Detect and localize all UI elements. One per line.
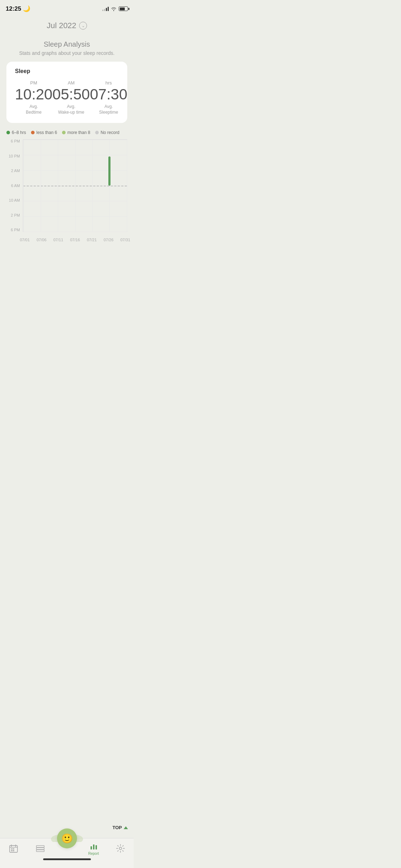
v-grid-3 bbox=[75, 140, 76, 232]
month-header[interactable]: Jul 2022 ⌄ bbox=[0, 15, 134, 34]
wifi-icon bbox=[111, 7, 117, 11]
legend-dot-more bbox=[62, 131, 66, 134]
wakeup-label: Avg.Wake-up time bbox=[52, 104, 90, 115]
legend-item-more: more than 8 bbox=[62, 130, 90, 135]
sleep-chart: 6 PM 10 PM 2 AM 6 AM 10 AM 2 PM 6 PM bbox=[0, 139, 134, 232]
x-axis: 07/01 07/06 07/11 07/16 07/21 07/26 07/3… bbox=[0, 236, 134, 242]
battery-icon bbox=[119, 6, 128, 11]
v-grid-0 bbox=[23, 140, 24, 232]
legend-label-less: less than 6 bbox=[36, 130, 57, 135]
sleeptime-stat: hrs 07:30 Avg.Sleeptime bbox=[90, 80, 127, 115]
x-label-1: 07/06 bbox=[37, 238, 47, 242]
wakeup-stat: AM 05:50 Avg.Wake-up time bbox=[52, 80, 90, 115]
page-subtitle: Stats and graphs about your sleep record… bbox=[0, 50, 134, 56]
v-grid-1 bbox=[41, 140, 41, 232]
y-axis: 6 PM 10 PM 2 AM 6 AM 10 AM 2 PM 6 PM bbox=[6, 139, 23, 232]
legend-label-more: more than 8 bbox=[67, 130, 90, 135]
x-label-3: 07/16 bbox=[70, 238, 80, 242]
bedtime-value: 10:20 bbox=[15, 87, 52, 102]
legend-item-none: No record bbox=[95, 130, 119, 135]
month-label: Jul 2022 bbox=[47, 21, 76, 30]
x-label-6: 07/31 bbox=[120, 238, 130, 242]
chart-legend: 6–8 hrs less than 6 more than 8 No recor… bbox=[0, 130, 134, 139]
x-label-5: 07/26 bbox=[104, 238, 114, 242]
signal-icon bbox=[102, 7, 109, 11]
legend-label-none: No record bbox=[101, 130, 119, 135]
legend-item-normal: 6–8 hrs bbox=[6, 130, 26, 135]
v-grid-2 bbox=[58, 140, 58, 232]
page-title: Sleep Analysis bbox=[0, 40, 134, 48]
bedtime-period: PM bbox=[15, 80, 52, 86]
y-label-5: 2 PM bbox=[6, 213, 23, 217]
legend-dot-none bbox=[95, 131, 99, 134]
sleep-bar-0726 bbox=[108, 156, 110, 186]
wakeup-period: AM bbox=[52, 80, 90, 86]
x-label-4: 07/21 bbox=[87, 238, 97, 242]
bedtime-label: Avg.Bedtime bbox=[15, 104, 52, 115]
sleep-card: Sleep PM 10:20 Avg.Bedtime AM 05:50 Avg.… bbox=[6, 62, 127, 123]
legend-dot-less bbox=[31, 131, 35, 134]
sleep-stats: PM 10:20 Avg.Bedtime AM 05:50 Avg.Wake-u… bbox=[15, 80, 119, 115]
bedtime-stat: PM 10:20 Avg.Bedtime bbox=[15, 80, 52, 115]
sleeptime-period: hrs bbox=[90, 80, 127, 86]
y-label-2: 2 AM bbox=[6, 169, 23, 173]
grid-line-6 bbox=[23, 232, 127, 232]
y-label-1: 10 PM bbox=[6, 154, 23, 158]
v-grid-6 bbox=[127, 140, 127, 232]
y-label-6: 6 PM bbox=[6, 228, 23, 232]
time-display: 12:25 bbox=[6, 5, 21, 12]
v-grid-5 bbox=[109, 140, 110, 232]
status-bar: 12:25 🌙 bbox=[0, 0, 134, 15]
x-label-0: 07/01 bbox=[20, 238, 30, 242]
x-label-2: 07/11 bbox=[53, 238, 63, 242]
status-icons bbox=[102, 6, 128, 11]
status-time: 12:25 🌙 bbox=[6, 5, 30, 12]
moon-icon: 🌙 bbox=[23, 5, 30, 12]
y-label-4: 10 AM bbox=[6, 198, 23, 202]
sleeptime-value: 07:30 bbox=[90, 87, 127, 102]
legend-dot-normal bbox=[6, 131, 10, 134]
legend-label-normal: 6–8 hrs bbox=[12, 130, 26, 135]
sleeptime-label: Avg.Sleeptime bbox=[90, 104, 127, 115]
sleep-card-title: Sleep bbox=[15, 68, 119, 74]
page-title-section: Sleep Analysis Stats and graphs about yo… bbox=[0, 34, 134, 62]
wakeup-value: 05:50 bbox=[52, 87, 90, 102]
legend-item-less: less than 6 bbox=[31, 130, 57, 135]
chart-grid bbox=[23, 139, 127, 232]
y-label-3: 6 AM bbox=[6, 184, 23, 188]
v-grid-4 bbox=[92, 140, 93, 232]
y-label-0: 6 PM bbox=[6, 139, 23, 143]
month-dropdown-icon[interactable]: ⌄ bbox=[79, 22, 87, 30]
